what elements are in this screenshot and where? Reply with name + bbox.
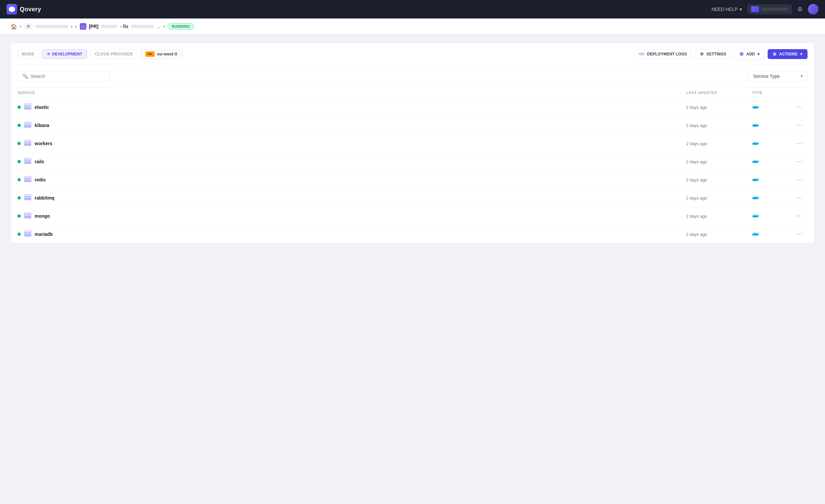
table-row[interactable]: rails 2 days ago ··· [11,153,814,171]
settings-gear-icon: ⚙ [700,52,704,56]
table-row[interactable]: workers 2 days ago ··· [11,135,814,153]
svg-rect-24 [755,160,756,161]
service-type-chevron-icon: ▾ [801,74,803,78]
service-type-dropdown[interactable]: Service Type ▾ [748,71,808,82]
last-updated: 2 days ago [686,123,752,128]
org-name-placeholder [762,8,788,11]
service-layer-icon [24,230,31,238]
avatar-image [808,4,818,14]
dev-x-icon: ✕ [47,52,50,56]
table-row[interactable]: rabbitmq 2 days ago ··· [11,189,814,207]
table-row[interactable]: redis 2 days ago ··· [11,171,814,189]
need-help-chevron-icon: ▾ [740,7,742,12]
svg-point-41 [758,197,759,198]
breadcrumb-project-name [35,25,68,28]
status-badge: RUNNING [167,23,194,30]
add-chevron-icon: ▾ [757,52,759,56]
logo-hex [9,6,15,12]
actions-chevron-icon: ▾ [800,52,802,56]
status-dot [17,142,21,145]
deployment-logs-button[interactable]: </> DEPLOYMENT LOGS [634,49,692,59]
service-cell: redis [17,176,686,184]
header-left: Qovery [7,4,41,14]
svg-rect-45 [755,214,756,215]
gear-icon: ⚙ [797,6,803,12]
logo-text: Qovery [20,6,41,13]
org-selector-button[interactable] [747,4,792,14]
status-dot [17,105,21,109]
search-input[interactable] [31,74,105,79]
more-options-button[interactable]: ··· [792,175,808,184]
docker-icon [752,195,759,201]
breadcrumb-env-icon: 🐙 [80,23,86,30]
add-label: ADD [746,52,755,56]
breadcrumb-env-name-placeholder [101,25,118,28]
svg-rect-3 [755,105,756,106]
more-options-button[interactable]: ··· [792,139,808,148]
status-dot [17,196,21,200]
svg-rect-31 [755,178,756,179]
service-layer-icon [24,122,31,129]
service-cell: rails [17,158,686,165]
more-options-button[interactable]: ··· [792,103,808,112]
service-name: elastic [34,104,49,110]
docker-icon [752,141,759,146]
type-cell [752,123,792,128]
avatar[interactable] [808,4,818,14]
col-actions [792,91,808,95]
add-button[interactable]: ⊕ ADD ▾ [734,48,764,60]
development-button[interactable]: ✕ DEVELOPMENT [42,50,87,59]
service-layer-icon [24,103,31,111]
header: Qovery NEED HELP ▾ ⚙ [0,0,825,18]
docker-icon [752,213,759,219]
last-updated: 2 days ago [686,141,752,146]
svg-point-20 [758,142,759,143]
settings-button[interactable]: ⚙ SETTINGS [695,49,731,59]
type-cell [752,213,792,219]
actions-label: ACTIONS [779,52,798,56]
breadcrumb-ellipsis: ... [157,24,161,29]
last-updated: 2 days ago [686,232,752,237]
more-options-button[interactable]: ··· [792,121,808,130]
svg-rect-39 [754,196,755,197]
svg-point-48 [758,215,759,216]
need-help-button[interactable]: NEED HELP ▾ [711,7,742,12]
breadcrumb-env-dropdown[interactable]: ▾ [163,25,165,28]
breadcrumb-env-label: [PR] [89,24,98,29]
service-cell: kibana [17,122,686,129]
code-icon: </> [639,52,644,56]
service-name: rabbitmq [34,195,54,201]
svg-rect-38 [755,196,756,197]
breadcrumb-project-dropdown[interactable]: ▾ [71,25,73,28]
svg-rect-25 [754,160,755,161]
table-header: SERVICE LAST UPDATED TYPE [11,87,814,98]
breadcrumb-sep-2: ▸ [75,24,77,29]
more-options-button[interactable]: ··· [792,230,808,238]
more-options-button[interactable]: ··· [792,157,808,166]
more-options-button[interactable]: ··· [792,212,808,220]
more-options-button[interactable]: ··· [792,194,808,202]
toolbar: MODE ✕ DEVELOPMENT CLOUD PROVIDER aws eu… [11,43,814,65]
table-row[interactable]: mariadb 2 days ago ··· [11,225,814,243]
breadcrumb-fix-placeholder [131,25,154,28]
service-cell: rabbitmq [17,194,686,202]
service-type-label: Service Type [753,74,780,79]
layer3 [24,126,31,128]
layer3 [24,198,31,200]
service-layer-icon [24,158,31,165]
type-cell [752,177,792,183]
svg-rect-18 [754,142,755,142]
svg-rect-11 [754,124,755,124]
search-box[interactable]: 🔍 [17,71,110,82]
development-label: DEVELOPMENT [52,52,82,56]
settings-icon-button[interactable]: ⚙ [797,6,803,13]
table-row[interactable]: kibana 2 days ago ··· [11,117,814,135]
actions-button[interactable]: ⊞ ACTIONS ▾ [768,49,808,59]
col-last-updated: LAST UPDATED [686,91,752,95]
svg-rect-4 [754,105,755,106]
aws-region-button[interactable]: aws eu-west-3 [141,49,182,59]
table-row[interactable]: elastic 2 days ago ··· [11,98,814,117]
add-plus-icon: ⊕ [739,51,744,57]
table-row[interactable]: mongo 2 days ago ··· [11,207,814,225]
breadcrumb-home-icon[interactable]: 🏠 [11,23,17,30]
